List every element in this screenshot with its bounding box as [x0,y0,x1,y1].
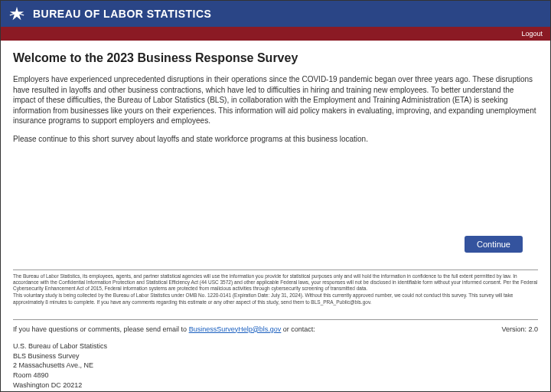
intro-paragraph-2: Please continue to this short survey abo… [13,134,538,145]
version-label: Version: 2.0 [501,325,538,335]
intro-paragraph-1: Employers have experienced unprecedented… [13,74,538,126]
page-frame: BUREAU OF LABOR STATISTICS Logout Welcom… [0,0,551,392]
main-content: Welcome to the 2023 Business Response Su… [1,41,550,259]
addr-line-4: Room 4890 [13,371,538,381]
site-title: BUREAU OF LABOR STATISTICS [33,8,211,20]
logout-link[interactable]: Logout [521,30,543,38]
help-line: If you have questions or comments, pleas… [13,325,315,335]
footer: If you have questions or comments, pleas… [13,319,538,390]
footer-top-row: If you have questions or comments, pleas… [13,325,538,335]
subheader-bar: Logout [1,27,550,41]
disclaimer-block: The Bureau of Labor Statistics, its empl… [13,270,538,305]
page-title: Welcome to the 2023 Business Response Su… [13,51,538,65]
disclaimer-text-1: The Bureau of Labor Statistics, its empl… [13,273,538,292]
addr-line-1: U.S. Bureau of Labor Statistics [13,341,538,351]
addr-line-2: BLS Business Survey [13,351,538,361]
addr-line-5: Washington DC 20212 [13,381,538,390]
bls-logo-icon [8,5,25,22]
addr-line-3: 2 Massachusetts Ave., NE [13,361,538,371]
disclaimer-text-2: This voluntary study is being collected … [13,292,538,305]
help-prefix: If you have questions or comments, pleas… [13,325,189,333]
continue-row: Continue [13,236,538,253]
continue-button[interactable]: Continue [465,236,523,253]
contact-address: U.S. Bureau of Labor Statistics BLS Busi… [13,341,538,390]
help-suffix: or contact: [281,325,315,333]
help-email-link[interactable]: BusinessSurveyHelp@bls.gov [189,325,282,333]
header-bar: BUREAU OF LABOR STATISTICS [1,1,550,27]
